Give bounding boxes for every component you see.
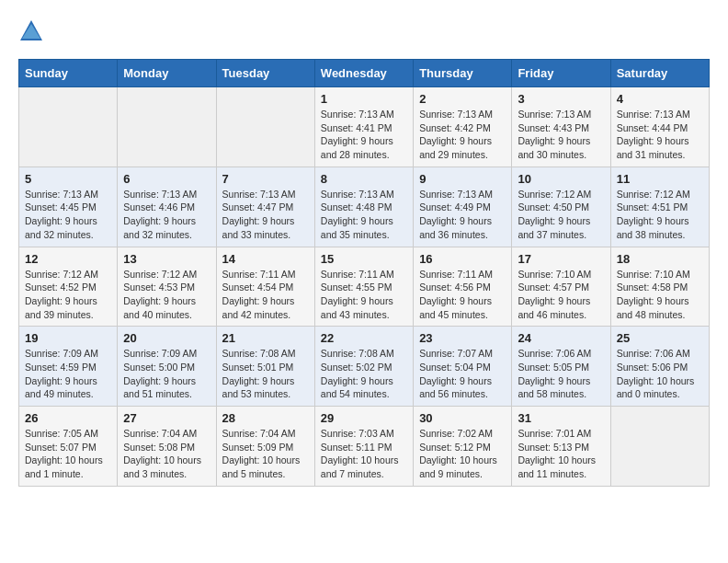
calendar-cell: 11Sunrise: 7:12 AM Sunset: 4:51 PM Dayli…	[610, 167, 709, 247]
calendar-cell: 8Sunrise: 7:13 AM Sunset: 4:48 PM Daylig…	[314, 167, 413, 247]
day-number: 1	[321, 92, 407, 106]
day-number: 16	[419, 252, 506, 266]
weekday-header: Tuesday	[216, 60, 314, 87]
cell-text: Sunrise: 7:08 AM Sunset: 5:02 PM Dayligh…	[321, 347, 407, 401]
cell-text: Sunrise: 7:07 AM Sunset: 5:04 PM Dayligh…	[419, 347, 506, 401]
cell-text: Sunrise: 7:09 AM Sunset: 5:00 PM Dayligh…	[123, 347, 210, 401]
cell-text: Sunrise: 7:06 AM Sunset: 5:06 PM Dayligh…	[617, 347, 703, 401]
calendar-cell: 5Sunrise: 7:13 AM Sunset: 4:45 PM Daylig…	[19, 167, 118, 247]
calendar-cell: 14Sunrise: 7:11 AM Sunset: 4:54 PM Dayli…	[216, 247, 314, 327]
calendar-cell: 23Sunrise: 7:07 AM Sunset: 5:04 PM Dayli…	[414, 327, 512, 407]
day-number: 24	[518, 331, 604, 345]
calendar-cell: 24Sunrise: 7:06 AM Sunset: 5:05 PM Dayli…	[512, 327, 610, 407]
day-number: 25	[617, 331, 703, 345]
cell-text: Sunrise: 7:13 AM Sunset: 4:43 PM Dayligh…	[518, 108, 604, 162]
cell-text: Sunrise: 7:02 AM Sunset: 5:12 PM Dayligh…	[419, 427, 506, 481]
cell-text: Sunrise: 7:11 AM Sunset: 4:56 PM Dayligh…	[419, 268, 506, 322]
weekday-header: Wednesday	[314, 60, 413, 87]
calendar-cell: 12Sunrise: 7:12 AM Sunset: 4:52 PM Dayli…	[19, 247, 118, 327]
day-number: 18	[617, 252, 703, 266]
cell-text: Sunrise: 7:11 AM Sunset: 4:54 PM Dayligh…	[222, 268, 309, 322]
day-number: 31	[518, 411, 604, 425]
day-number: 4	[617, 92, 703, 106]
calendar-cell: 6Sunrise: 7:13 AM Sunset: 4:46 PM Daylig…	[118, 167, 216, 247]
calendar-cell: 20Sunrise: 7:09 AM Sunset: 5:00 PM Dayli…	[118, 327, 216, 407]
day-number: 12	[25, 252, 111, 266]
calendar-cell: 7Sunrise: 7:13 AM Sunset: 4:47 PM Daylig…	[216, 167, 314, 247]
cell-text: Sunrise: 7:04 AM Sunset: 5:08 PM Dayligh…	[123, 427, 210, 481]
calendar-cell: 19Sunrise: 7:09 AM Sunset: 4:59 PM Dayli…	[19, 327, 118, 407]
page-header	[18, 18, 710, 44]
cell-text: Sunrise: 7:12 AM Sunset: 4:53 PM Dayligh…	[123, 268, 210, 322]
calendar-cell: 27Sunrise: 7:04 AM Sunset: 5:08 PM Dayli…	[118, 407, 216, 487]
cell-text: Sunrise: 7:13 AM Sunset: 4:46 PM Dayligh…	[123, 188, 210, 242]
calendar-cell: 25Sunrise: 7:06 AM Sunset: 5:06 PM Dayli…	[610, 327, 709, 407]
day-number: 27	[123, 411, 210, 425]
cell-text: Sunrise: 7:06 AM Sunset: 5:05 PM Dayligh…	[518, 347, 604, 401]
calendar-cell: 1Sunrise: 7:13 AM Sunset: 4:41 PM Daylig…	[314, 87, 413, 167]
weekday-header: Friday	[512, 60, 610, 87]
day-number: 9	[419, 172, 506, 186]
day-number: 19	[25, 331, 111, 345]
calendar-cell: 21Sunrise: 7:08 AM Sunset: 5:01 PM Dayli…	[216, 327, 314, 407]
day-number: 8	[321, 172, 407, 186]
day-number: 5	[25, 172, 111, 186]
logo	[18, 18, 48, 44]
cell-text: Sunrise: 7:12 AM Sunset: 4:51 PM Dayligh…	[617, 188, 703, 242]
calendar-cell: 10Sunrise: 7:12 AM Sunset: 4:50 PM Dayli…	[512, 167, 610, 247]
calendar-cell: 17Sunrise: 7:10 AM Sunset: 4:57 PM Dayli…	[512, 247, 610, 327]
calendar-cell: 26Sunrise: 7:05 AM Sunset: 5:07 PM Dayli…	[19, 407, 118, 487]
cell-text: Sunrise: 7:09 AM Sunset: 4:59 PM Dayligh…	[25, 347, 111, 401]
weekday-header: Thursday	[414, 60, 512, 87]
cell-text: Sunrise: 7:13 AM Sunset: 4:49 PM Dayligh…	[419, 188, 506, 242]
day-number: 7	[222, 172, 309, 186]
calendar-cell: 16Sunrise: 7:11 AM Sunset: 4:56 PM Dayli…	[414, 247, 512, 327]
day-number: 11	[617, 172, 703, 186]
calendar-cell: 4Sunrise: 7:13 AM Sunset: 4:44 PM Daylig…	[610, 87, 709, 167]
cell-text: Sunrise: 7:08 AM Sunset: 5:01 PM Dayligh…	[222, 347, 309, 401]
day-number: 28	[222, 411, 309, 425]
calendar-cell	[216, 87, 314, 167]
logo-icon	[18, 18, 44, 44]
day-number: 17	[518, 252, 604, 266]
day-number: 23	[419, 331, 506, 345]
cell-text: Sunrise: 7:10 AM Sunset: 4:57 PM Dayligh…	[518, 268, 604, 322]
day-number: 10	[518, 172, 604, 186]
day-number: 2	[419, 92, 506, 106]
cell-text: Sunrise: 7:13 AM Sunset: 4:41 PM Dayligh…	[321, 108, 407, 162]
day-number: 21	[222, 331, 309, 345]
cell-text: Sunrise: 7:12 AM Sunset: 4:50 PM Dayligh…	[518, 188, 604, 242]
calendar-cell: 13Sunrise: 7:12 AM Sunset: 4:53 PM Dayli…	[118, 247, 216, 327]
calendar-cell: 2Sunrise: 7:13 AM Sunset: 4:42 PM Daylig…	[414, 87, 512, 167]
cell-text: Sunrise: 7:10 AM Sunset: 4:58 PM Dayligh…	[617, 268, 703, 322]
cell-text: Sunrise: 7:13 AM Sunset: 4:45 PM Dayligh…	[25, 188, 111, 242]
day-number: 26	[25, 411, 111, 425]
calendar-cell	[118, 87, 216, 167]
calendar-cell: 30Sunrise: 7:02 AM Sunset: 5:12 PM Dayli…	[414, 407, 512, 487]
calendar-cell	[610, 407, 709, 487]
calendar-cell: 18Sunrise: 7:10 AM Sunset: 4:58 PM Dayli…	[610, 247, 709, 327]
day-number: 3	[518, 92, 604, 106]
cell-text: Sunrise: 7:01 AM Sunset: 5:13 PM Dayligh…	[518, 427, 604, 481]
day-number: 29	[321, 411, 407, 425]
weekday-header: Sunday	[19, 60, 118, 87]
cell-text: Sunrise: 7:12 AM Sunset: 4:52 PM Dayligh…	[25, 268, 111, 322]
day-number: 13	[123, 252, 210, 266]
weekday-header: Monday	[118, 60, 216, 87]
day-number: 20	[123, 331, 210, 345]
cell-text: Sunrise: 7:03 AM Sunset: 5:11 PM Dayligh…	[321, 427, 407, 481]
calendar-cell: 3Sunrise: 7:13 AM Sunset: 4:43 PM Daylig…	[512, 87, 610, 167]
day-number: 30	[419, 411, 506, 425]
calendar-cell: 31Sunrise: 7:01 AM Sunset: 5:13 PM Dayli…	[512, 407, 610, 487]
day-number: 22	[321, 331, 407, 345]
day-number: 6	[123, 172, 210, 186]
calendar-cell: 15Sunrise: 7:11 AM Sunset: 4:55 PM Dayli…	[314, 247, 413, 327]
calendar-cell: 9Sunrise: 7:13 AM Sunset: 4:49 PM Daylig…	[414, 167, 512, 247]
day-number: 14	[222, 252, 309, 266]
svg-marker-1	[22, 24, 40, 39]
cell-text: Sunrise: 7:05 AM Sunset: 5:07 PM Dayligh…	[25, 427, 111, 481]
cell-text: Sunrise: 7:13 AM Sunset: 4:47 PM Dayligh…	[222, 188, 309, 242]
weekday-header: Saturday	[610, 60, 709, 87]
day-number: 15	[321, 252, 407, 266]
calendar-table: SundayMondayTuesdayWednesdayThursdayFrid…	[18, 59, 710, 487]
